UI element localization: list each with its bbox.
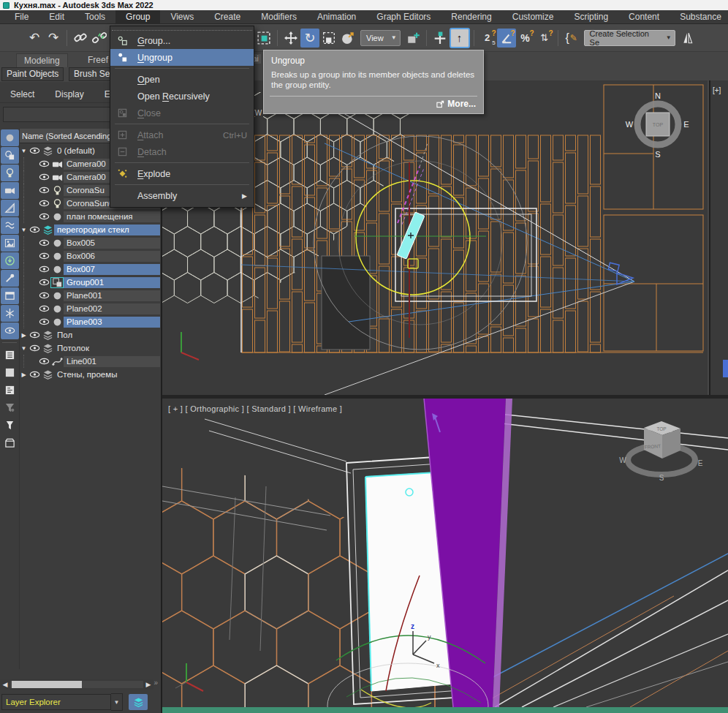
display-toggle-helpers-icon[interactable] <box>1 200 19 216</box>
viewport-right-pane[interactable]: [+] <box>709 80 728 395</box>
menu-tools[interactable]: Tools <box>75 10 115 24</box>
tree-row-line001[interactable]: Line001 <box>19 355 162 368</box>
node-label[interactable]: Box007 <box>64 264 160 275</box>
tree-row-plane003[interactable]: Plane003 <box>19 315 162 328</box>
menu-substance[interactable]: Substance <box>670 10 728 24</box>
node-label[interactable]: Line001 <box>64 356 160 367</box>
display-toggle-xrefs-icon[interactable] <box>1 252 19 269</box>
viewport-label[interactable]: [ + ] [ Orthographic ] [ Standard ] [ Wi… <box>168 404 342 413</box>
group-menu-item-assembly[interactable]: Assembly▶ <box>110 187 254 204</box>
scrollbar-track[interactable] <box>10 681 143 688</box>
visibility-eye-icon[interactable] <box>29 371 41 378</box>
group-menu-item-group-[interactable]: Group... <box>110 32 254 49</box>
tree-row-стены-проемы[interactable]: ▶Стены, проемы <box>19 368 162 381</box>
display-toggle-groups-pic-icon[interactable] <box>1 235 19 252</box>
visibility-eye-icon[interactable] <box>38 239 50 246</box>
menu-tearoff-handle[interactable] <box>112 26 252 31</box>
display-toggle-geometry-icon[interactable] <box>1 129 19 146</box>
node-label[interactable]: Group001 <box>64 277 160 288</box>
visibility-eye-icon[interactable] <box>38 173 50 181</box>
node-label[interactable]: Box005 <box>64 238 160 249</box>
collapse-arrow-icon[interactable]: ▼ <box>19 345 29 352</box>
tree-row-box005[interactable]: Box005 <box>19 236 162 249</box>
visibility-eye-icon[interactable] <box>29 147 41 154</box>
visibility-eye-icon[interactable] <box>38 318 50 325</box>
node-label[interactable]: Plane003 <box>64 317 160 328</box>
unlink-selection-button[interactable] <box>90 29 109 48</box>
collapse-arrow-icon[interactable]: ▼ <box>19 148 29 154</box>
layers-mode-button[interactable] <box>129 694 148 710</box>
snaps-toggle-25d-button[interactable]: 25? <box>478 29 497 48</box>
menu-create[interactable]: Create <box>204 10 251 24</box>
menu-scripting[interactable]: Scripting <box>564 10 618 24</box>
ribbon-tab-modeling[interactable]: Modeling <box>16 53 68 67</box>
node-label[interactable]: план помещения <box>64 211 160 222</box>
display-toggle-space-warps-icon[interactable] <box>1 217 19 234</box>
angle-snap-toggle-button[interactable]: ? <box>497 29 516 48</box>
display-toggle-bones-icon[interactable] <box>1 270 19 287</box>
spinner-snap-toggle-button[interactable]: ⇅? <box>535 29 554 48</box>
visibility-eye-icon[interactable] <box>29 344 41 352</box>
selection-set-dropdown[interactable]: Create Selection Se▼ <box>584 30 675 46</box>
select-and-scale-button[interactable] <box>319 29 338 48</box>
display-toggle-hidden-icon[interactable] <box>1 322 19 339</box>
explorer-type-dropdown-arrow[interactable]: ▼ <box>111 693 123 711</box>
scroll-left-arrow[interactable]: ◀ <box>0 681 10 688</box>
visibility-eye-icon[interactable] <box>38 279 50 286</box>
group-menu-item-explode[interactable]: Explode <box>110 165 254 182</box>
visibility-eye-icon[interactable] <box>38 160 50 167</box>
edit-named-selection-sets-button[interactable]: {✎ <box>562 29 581 48</box>
horizontal-scrollbar[interactable]: ◀ ▶ <box>0 679 153 690</box>
tooltip-more-link[interactable]: More... <box>436 99 476 109</box>
redo-button[interactable]: ↷ <box>44 29 63 48</box>
display-toggle-containers-icon[interactable] <box>1 287 19 304</box>
visibility-eye-icon[interactable] <box>38 265 50 273</box>
display-toggle-swatch-icon[interactable] <box>1 364 19 381</box>
menu-file[interactable]: File <box>4 10 39 24</box>
menu-rendering[interactable]: Rendering <box>441 10 501 24</box>
display-toggle-shapes-icon[interactable] <box>1 147 19 164</box>
display-toggle-filter-icon[interactable] <box>1 417 19 434</box>
node-label[interactable]: Box006 <box>64 251 160 262</box>
node-label[interactable]: Plane002 <box>64 303 160 314</box>
visibility-eye-icon[interactable] <box>38 292 50 299</box>
visibility-eye-icon[interactable] <box>38 213 50 220</box>
tree-row-plane001[interactable]: Plane001 <box>19 289 162 302</box>
expand-arrow-icon[interactable]: ▶ <box>19 371 29 378</box>
snap-mode-button[interactable]: ↑ <box>450 28 470 48</box>
node-label[interactable]: Plane001 <box>64 290 160 301</box>
group-menu-item-ungroup[interactable]: Ungroup <box>110 49 254 66</box>
tree-row-plane002[interactable]: Plane002 <box>19 302 162 315</box>
collapse-arrow-icon[interactable]: ▼ <box>19 227 29 233</box>
visibility-eye-icon[interactable] <box>29 331 41 339</box>
display-toggle-list-view-icon[interactable] <box>1 347 19 363</box>
viewport-orthographic[interactable]: z y x TOP FRONT W S E [ + ] [ Orthograph… <box>162 399 728 707</box>
node-label[interactable]: перегородки стекл <box>54 225 160 235</box>
node-label[interactable]: Стены, проемы <box>54 369 160 380</box>
group-menu-item-open[interactable]: Open <box>110 71 254 88</box>
ortho-viewport-canvas[interactable]: z y x TOP FRONT W S E <box>162 399 728 707</box>
use-pivot-point-button[interactable] <box>403 29 422 48</box>
percent-snap-toggle-button[interactable]: %? <box>516 29 535 48</box>
tree-row-box006[interactable]: Box006 <box>19 249 162 263</box>
scroll-right-arrow[interactable]: ▶ <box>143 681 153 688</box>
display-toggle-crate-icon[interactable] <box>1 434 19 451</box>
display-toggle-frozen-icon[interactable] <box>1 305 19 322</box>
select-and-rotate-button[interactable]: ↻ <box>300 29 319 48</box>
visibility-eye-icon[interactable] <box>38 252 50 260</box>
panel-expand-icon[interactable]: » <box>153 679 158 687</box>
menu-animation[interactable]: Animation <box>307 10 366 24</box>
display-toggle-filter-config-icon[interactable] <box>1 399 19 416</box>
reference-coordinate-button[interactable] <box>338 29 357 48</box>
display-toggle-cameras-icon[interactable] <box>1 182 19 199</box>
select-and-link-button[interactable] <box>71 29 90 48</box>
selection-region-button[interactable] <box>254 29 273 48</box>
display-toggle-lights-icon[interactable] <box>1 165 19 181</box>
menu-edit[interactable]: Edit <box>39 10 75 24</box>
menu-modifiers[interactable]: Modifiers <box>251 10 307 24</box>
visibility-eye-icon[interactable] <box>38 358 50 365</box>
menu-customize[interactable]: Customize <box>502 10 564 24</box>
reference-coordinate-dropdown[interactable]: View▼ <box>360 30 401 46</box>
visibility-eye-icon[interactable] <box>38 200 50 207</box>
tree-row-перегородки-стекл[interactable]: ▼перегородки стекл <box>19 223 162 236</box>
